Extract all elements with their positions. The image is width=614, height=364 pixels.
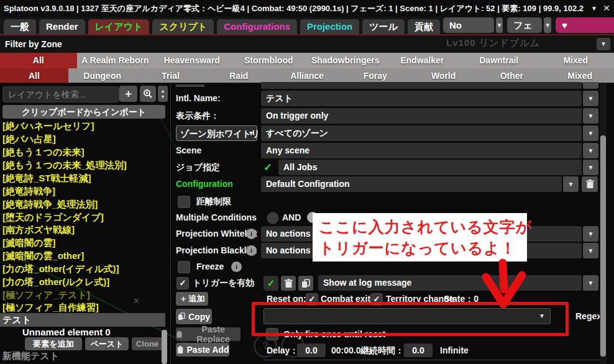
import-from-clipboard-button[interactable]: クリップボードからインポート — [2, 105, 165, 119]
zone-tab-heavensward[interactable]: Heavensward — [154, 53, 231, 68]
clipped-row-arrow[interactable] — [583, 82, 598, 89]
zone-tab-mixed[interactable]: Mixed — [538, 53, 614, 68]
freeze-checkbox[interactable] — [178, 261, 190, 273]
zone-type-trial[interactable]: Trial — [137, 68, 205, 83]
add-element-button[interactable]: 要素を追加 — [25, 337, 82, 350]
trigger-copy-button[interactable] — [298, 276, 313, 291]
add-layout-button[interactable]: ＋ — [119, 86, 137, 102]
chevron-down-icon[interactable]: ▼ — [583, 275, 598, 291]
scene-combo[interactable]: Any scene — [261, 143, 582, 158]
chevron-down-icon[interactable]: ▼ — [597, 38, 610, 50]
tab-tools[interactable]: ツール — [362, 19, 405, 34]
zone-type-raid[interactable]: Raid — [204, 68, 273, 83]
chevron-down-icon[interactable]: ▼ — [583, 143, 598, 158]
zone-whitelist-mode-combo[interactable]: ゾーン別ホワイトリ ▼ — [176, 125, 257, 141]
layout-list-item[interactable]: [絶竜詩戦争] — [0, 184, 167, 198]
delay-input[interactable]: 0.0 — [297, 344, 326, 357]
zone-type-foray[interactable]: Foray — [341, 68, 410, 83]
collapse-icon[interactable]: ▼ — [588, 0, 600, 17]
chevron-down-icon[interactable]: ▼ — [583, 243, 598, 258]
clone-element-button[interactable]: Clone — [132, 337, 163, 350]
chevron-down-icon[interactable]: ▼ — [583, 160, 598, 175]
chevron-down-icon[interactable]: ▼ — [583, 91, 598, 106]
trigger-text-input[interactable]: ▼ — [263, 308, 551, 324]
close-icon[interactable]: ✕ — [600, 0, 613, 17]
layout-list-item[interactable]: [滅暗闇の雲] — [0, 236, 167, 249]
zone-tab-dawntrail[interactable]: Dawntrail — [460, 53, 538, 68]
zone-tab-all[interactable]: All — [0, 53, 77, 68]
paste-add-button[interactable]: Paste Add — [176, 343, 229, 357]
zone-tab-arr[interactable]: A Realm Reborn — [77, 53, 154, 68]
tab-projection[interactable]: Projection — [300, 19, 359, 34]
layout-list-item[interactable]: 新機能テスト — [2, 350, 59, 362]
duration-input[interactable]: 0.0 — [404, 344, 433, 357]
layout-list-item[interactable]: [極ソフィア_自作練習] — [0, 301, 167, 314]
layout-list-item[interactable]: [南方ボズヤ戦線] — [0, 223, 167, 236]
chevron-down-icon[interactable]: ▼ — [539, 309, 545, 324]
layout-list-item[interactable]: [絶竜詩戦争_処理法別] — [0, 198, 167, 211]
only-fire-once-checkbox[interactable] — [266, 328, 278, 340]
layout-list-item[interactable]: [絶もう１つの未来_処理法別] — [0, 158, 167, 171]
layout-list-item[interactable]: [堕天のドラゴンダイブ] — [0, 211, 167, 224]
and-radio[interactable] — [267, 212, 279, 224]
intl-name-combo[interactable]: テスト — [261, 91, 582, 106]
search-options-button[interactable] — [140, 86, 156, 102]
tab-contribute[interactable]: 貢献 — [408, 19, 440, 34]
layout-list-item[interactable]: [絶バハネールセリフ] — [0, 119, 167, 132]
title-bar[interactable]: Splatoon v3.9.0.18 | 1327 至天の座アルカディア零式：ヘ… — [0, 0, 614, 17]
chevron-down-icon[interactable]: ▼ — [583, 108, 598, 124]
chevron-down-icon[interactable]: ▼ — [563, 176, 579, 192]
trigger-ok-button[interactable]: ✓ — [263, 276, 278, 291]
paste-replace-button[interactable]: Paste Replace — [176, 327, 241, 341]
element-list-item[interactable]: Unnamed element 0 — [22, 327, 111, 337]
layout-list-item[interactable]: [滅暗闇の雲_other] — [0, 249, 167, 262]
panel-scrollbar-thumb[interactable] — [600, 135, 606, 357]
zone-type-dungeon[interactable]: Dungeon — [68, 68, 137, 83]
override-select[interactable]: No Override — [443, 17, 494, 33]
tab-scripts[interactable]: スクリプト — [152, 19, 214, 34]
tab-general[interactable]: 一般 — [4, 19, 36, 34]
phase-select[interactable]: フェーズ1 — [507, 17, 542, 33]
add-trigger-button[interactable]: ＋ 追加 — [176, 292, 208, 306]
combat-exit-checkbox[interactable]: ✓ — [306, 293, 318, 306]
zone-type-world[interactable]: World — [410, 68, 478, 83]
zone-whitelist-combo[interactable]: すべてのゾーン — [261, 125, 582, 141]
zone-tab-endwalker[interactable]: Endwalker — [384, 53, 461, 68]
filter-by-zone-header[interactable]: Lv100 リンドブルム Filter by Zone ▼ — [0, 35, 614, 53]
chevron-down-icon[interactable]: ▼ — [583, 226, 598, 242]
zone-type-mixed[interactable]: Mixed — [546, 68, 614, 83]
clipped-row-combo[interactable] — [261, 82, 582, 89]
paste-element-button[interactable]: ペースト — [85, 337, 129, 350]
tab-layouts[interactable]: レイアウト — [88, 19, 150, 34]
layout-list-item[interactable]: [極ソフィア_テスト] — [0, 288, 167, 301]
layout-list-item[interactable]: [絶もう１つの未来] — [0, 145, 167, 158]
trigger-enable-checkbox[interactable]: ✓ — [176, 277, 189, 289]
chevron-down-icon[interactable]: ▼ — [248, 126, 254, 140]
zone-type-other[interactable]: Other — [477, 68, 546, 83]
chevron-down-icon[interactable]: ▼ — [496, 17, 503, 33]
search-input[interactable] — [2, 86, 119, 102]
territory-change-checkbox[interactable]: ✓ — [370, 293, 383, 306]
chevron-down-icon[interactable]: ▼ — [583, 125, 598, 141]
trigger-delete-button[interactable] — [281, 276, 296, 291]
delete-configuration-button[interactable] — [582, 176, 598, 192]
zone-tab-shadowbringers[interactable]: Shadowbringers — [307, 53, 384, 68]
configuration-combo[interactable]: Default Configration — [261, 176, 562, 192]
distance-limit-checkbox[interactable] — [178, 196, 190, 208]
chevron-down-icon[interactable]: ▼ — [544, 17, 551, 33]
tab-configurations[interactable]: Configurations — [217, 19, 297, 34]
layout-list-item[interactable]: [絶バハ占星] — [0, 132, 167, 145]
zone-tab-stormblood[interactable]: Stormblood — [231, 53, 308, 68]
zone-type-all[interactable]: All — [0, 68, 68, 83]
layout-list-item[interactable]: [力の塔_other(イディル式)] — [0, 262, 167, 275]
sidebar-scrollbar[interactable] — [162, 330, 167, 364]
display-condition-combo[interactable]: On trigger only — [261, 108, 582, 124]
layout-list-item[interactable]: [力の塔_other(ルクレ式)] — [0, 275, 167, 288]
patreon-kofi-button[interactable]: ♥ Patreon/KoFi — [556, 17, 614, 33]
job-combo[interactable]: All Jobs — [278, 160, 582, 175]
tab-render[interactable]: Render — [39, 19, 85, 34]
layout-list-item-selected[interactable]: テスト — [0, 313, 165, 327]
layout-list-item[interactable]: [絶竜詩_ST戦士軽減] — [0, 171, 167, 184]
copy-trigger-button[interactable]: Copy — [176, 309, 212, 324]
zone-type-alliance[interactable]: Alliance — [273, 68, 341, 83]
